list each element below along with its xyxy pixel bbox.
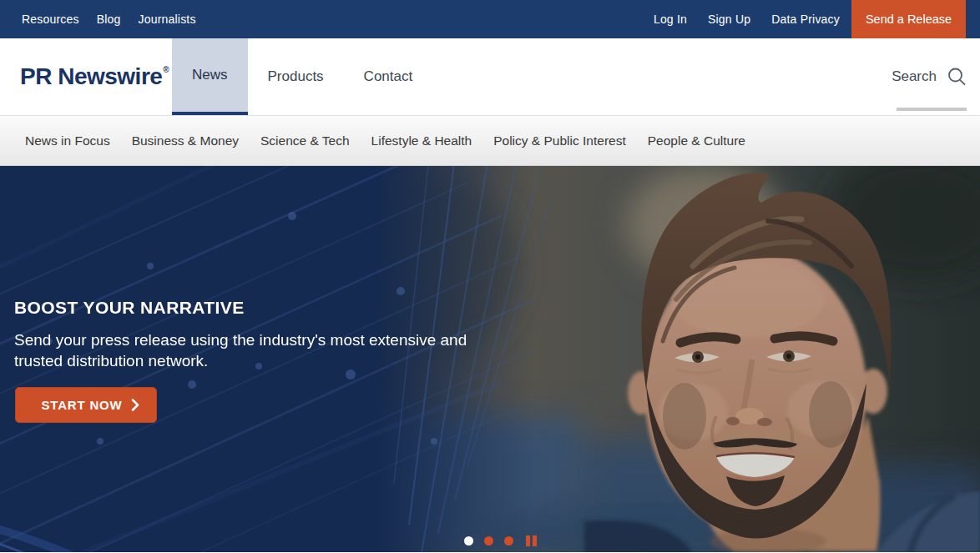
subnav-lifestyle-health[interactable]: Lifestyle & Health (371, 133, 472, 148)
send-a-release-button[interactable]: Send a Release (851, 0, 966, 38)
carousel-dot-1[interactable] (464, 536, 473, 545)
start-now-label: START NOW (33, 398, 131, 412)
start-now-button[interactable]: START NOW (15, 387, 157, 423)
topbar-right-links: Log In Sign Up Data Privacy (654, 13, 840, 26)
subnav-people-culture[interactable]: People & Culture (648, 133, 745, 148)
subnav-business-money[interactable]: Business & Money (132, 133, 239, 148)
search-icon[interactable] (947, 67, 967, 87)
main-header: PR Newswire® News Products Contact Searc… (0, 38, 980, 116)
news-category-nav: News in Focus Business & Money Science &… (0, 116, 980, 166)
tab-products[interactable]: Products (248, 38, 344, 115)
topbar-left-links: Resources Blog Journalists (0, 13, 196, 26)
carousel-dot-3[interactable] (504, 536, 513, 545)
search-label: Search (892, 68, 937, 85)
tab-contact[interactable]: Contact (344, 38, 433, 115)
pr-newswire-logo[interactable]: PR Newswire® (20, 38, 169, 115)
topbar-link-resources[interactable]: Resources (22, 13, 79, 26)
hero-carousel-banner: BOOST YOUR NARRATIVE Send your press rel… (0, 166, 980, 552)
subnav-science-tech[interactable]: Science & Tech (260, 133, 350, 148)
topbar-link-blog[interactable]: Blog (97, 13, 121, 26)
chevron-right-icon (131, 399, 139, 411)
carousel-dot-2[interactable] (484, 536, 493, 545)
tab-news[interactable]: News (172, 38, 248, 115)
carousel-controls (464, 535, 537, 546)
search-input-underline (897, 108, 967, 111)
hero-subtitle-line2: trusted distribution network. (14, 350, 467, 371)
topbar-link-data-privacy[interactable]: Data Privacy (771, 13, 840, 26)
topbar-link-login[interactable]: Log In (654, 13, 687, 26)
top-utility-bar: Resources Blog Journalists Log In Sign U… (0, 0, 980, 38)
subnav-policy-public-interest[interactable]: Policy & Public Interest (493, 133, 626, 148)
carousel-pause-icon[interactable] (526, 535, 537, 546)
search-control[interactable]: Search (892, 38, 967, 115)
registered-mark: ® (163, 65, 169, 74)
hero-title: BOOST YOUR NARRATIVE (14, 298, 245, 318)
subnav-news-in-focus[interactable]: News in Focus (25, 133, 110, 148)
topbar-link-journalists[interactable]: Journalists (139, 13, 196, 26)
primary-nav: News Products Contact (172, 38, 432, 115)
topbar-link-signup[interactable]: Sign Up (708, 13, 750, 26)
hero-subtitle-line1: Send your press release using the indust… (14, 329, 467, 350)
logo-text: PR Newswire (20, 63, 162, 90)
hero-subtitle: Send your press release using the indust… (14, 329, 467, 371)
